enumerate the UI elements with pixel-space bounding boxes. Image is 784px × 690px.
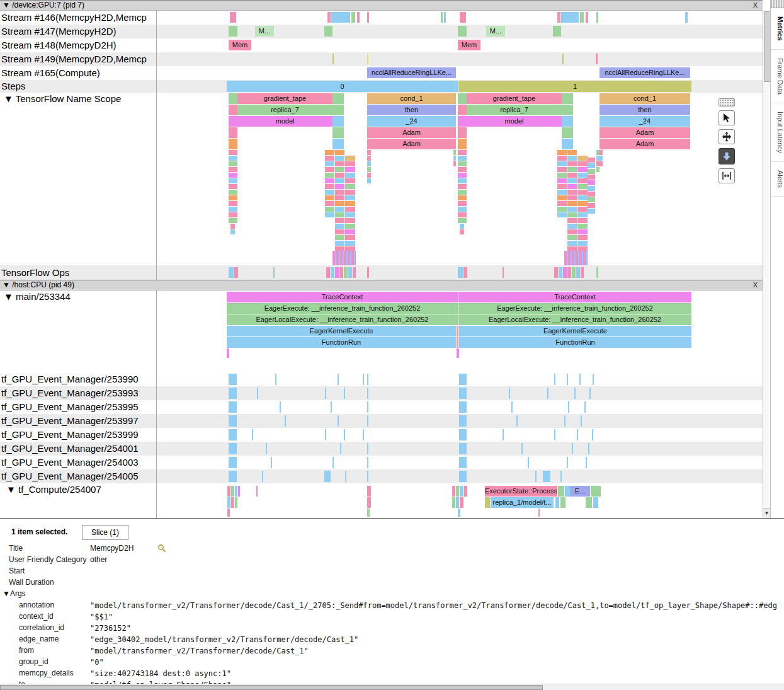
flame-segment[interactable] [335, 212, 344, 217]
slice[interactable] [331, 401, 332, 413]
slice[interactable] [332, 93, 344, 104]
flame-segment[interactable] [458, 218, 467, 223]
flame-segment[interactable] [567, 150, 577, 155]
slice[interactable] [562, 139, 573, 149]
slice-24[interactable]: _24 [367, 116, 456, 127]
flame-segment[interactable] [458, 195, 467, 200]
slice[interactable] [367, 54, 368, 64]
cpu-process-header[interactable]: ▼ /host:CPU (pid 49) X [0, 280, 763, 290]
slice[interactable] [503, 429, 504, 440]
flame-segment[interactable] [557, 212, 567, 217]
slice-mem[interactable]: Mem [229, 40, 251, 50]
flame-segment[interactable] [345, 218, 355, 223]
flame-segment[interactable] [335, 184, 344, 189]
slice[interactable] [332, 105, 344, 115]
flame-segment[interactable] [335, 229, 344, 234]
slice[interactable] [227, 486, 230, 497]
slice[interactable] [460, 497, 463, 508]
slice[interactable] [229, 471, 237, 482]
slice[interactable] [593, 374, 594, 385]
flame-segment[interactable] [458, 156, 467, 161]
flame-segment[interactable] [335, 161, 344, 166]
slice[interactable] [367, 374, 368, 385]
slice-mem[interactable]: Mem [458, 40, 480, 50]
slice[interactable] [452, 486, 455, 497]
args-section-header[interactable]: ▼Args [3, 589, 26, 598]
flame-segment[interactable] [229, 190, 237, 195]
flame-segment[interactable] [577, 235, 588, 240]
slice[interactable] [367, 12, 369, 23]
slice[interactable] [555, 497, 559, 508]
flame-segment[interactable] [345, 156, 355, 161]
slice[interactable] [234, 267, 238, 278]
slice-24[interactable]: _24 [599, 116, 690, 127]
slice-eagerexecute-inference-train-function-260252[interactable]: EagerExecute: __inference_train_function… [458, 303, 691, 314]
flame-segment[interactable] [588, 209, 595, 214]
slice[interactable] [459, 471, 467, 482]
slice[interactable] [459, 443, 467, 454]
dense-slice-cluster[interactable] [564, 251, 588, 265]
slice-then[interactable]: then [599, 105, 690, 115]
flame-segment[interactable] [557, 190, 567, 195]
track-label[interactable]: tf_GPU_Event_Manager/254005 [0, 469, 156, 483]
slice[interactable] [332, 116, 344, 127]
flame-segment[interactable] [577, 229, 588, 234]
slice[interactable] [554, 267, 558, 278]
slice[interactable] [367, 457, 368, 468]
flame-segment[interactable] [557, 195, 567, 200]
slice-cond-1[interactable]: cond_1 [599, 93, 690, 104]
palette-drag-handle-icon[interactable] [719, 98, 735, 106]
slice-ncclallreduceringllke[interactable]: ncclAllReduceRingLLKe... [367, 67, 456, 78]
slice[interactable] [227, 497, 230, 508]
slice[interactable] [460, 486, 463, 497]
slice[interactable] [567, 457, 568, 468]
slice[interactable] [340, 443, 341, 454]
flame-segment[interactable] [577, 178, 588, 183]
slice[interactable] [256, 486, 258, 497]
gpu-close-button[interactable]: X [753, 1, 758, 10]
tab-alerts[interactable]: Alerts [771, 162, 784, 197]
flame-segment[interactable] [345, 235, 355, 240]
tab-metrics[interactable]: Metrics [771, 8, 784, 50]
slice-cond-1[interactable]: cond_1 [367, 93, 456, 104]
flame-segment[interactable] [567, 241, 577, 246]
slice[interactable] [363, 374, 364, 385]
tab-slice[interactable]: Slice (1) [82, 525, 128, 540]
flame-segment[interactable] [458, 150, 467, 155]
slice[interactable] [558, 486, 564, 497]
slice[interactable] [547, 388, 548, 399]
slice[interactable] [367, 486, 371, 497]
gpu-process-header[interactable]: ▼ /device:GPU:7 (pid 7) X [0, 0, 763, 11]
flame-segment[interactable] [229, 207, 237, 212]
slice[interactable] [367, 509, 370, 517]
slice[interactable] [457, 337, 458, 348]
slice[interactable] [459, 429, 467, 440]
slice[interactable] [459, 415, 467, 427]
slice[interactable] [535, 471, 537, 482]
flame-segment[interactable] [335, 173, 344, 178]
flame-segment[interactable] [577, 195, 588, 200]
flame-segment[interactable] [577, 241, 588, 246]
track-label[interactable]: tf_GPU_Event_Manager/253995 [0, 400, 156, 414]
flame-segment[interactable] [335, 167, 344, 172]
slice[interactable] [562, 105, 573, 115]
flame-segment[interactable] [229, 212, 237, 217]
slice[interactable] [685, 12, 688, 23]
track-label[interactable]: ▼ TensorFlow Name Scope [0, 93, 159, 105]
slice[interactable] [324, 471, 331, 482]
slice[interactable] [344, 267, 348, 278]
tab-frame-data[interactable]: Frame Data [771, 50, 784, 103]
slice[interactable] [367, 471, 368, 482]
flame-segment[interactable] [367, 156, 371, 161]
flame-segment[interactable] [458, 184, 467, 189]
flame-segment[interactable] [588, 186, 595, 191]
slice[interactable] [574, 388, 576, 399]
slice[interactable] [353, 267, 356, 278]
slice[interactable] [557, 12, 560, 23]
flame-segment[interactable] [577, 190, 588, 195]
flame-segment[interactable] [557, 207, 567, 212]
slice[interactable] [458, 116, 467, 127]
slice[interactable] [280, 401, 281, 413]
flame-segment[interactable] [577, 161, 588, 166]
slice[interactable] [538, 509, 540, 517]
